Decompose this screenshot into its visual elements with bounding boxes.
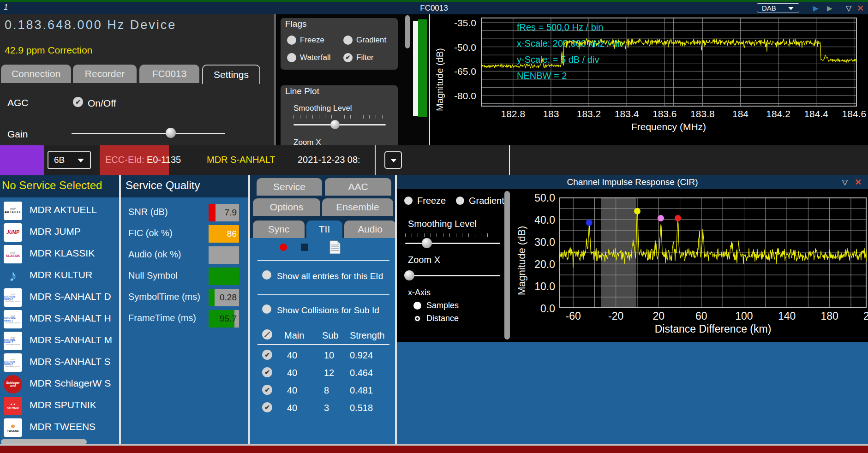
service-logo-icon: mdrSACHSEN-ANHALTDas Radio wie wir [4, 332, 22, 350]
device-panel: 0.183.648.000 Hz Device 42.9 ppm Correct… [0, 14, 275, 145]
tab-audio[interactable]: Audio [344, 221, 396, 238]
cir-zoom-slider-thumb[interactable] [404, 270, 414, 280]
service-list-item[interactable]: • •SPUTNIKMDR SPUTNIK [0, 395, 119, 417]
document-icon[interactable] [329, 240, 341, 254]
checked-checkbox-icon[interactable]: ✔ [343, 53, 353, 62]
panel-divider [275, 14, 275, 145]
unchecked-radio-icon[interactable] [287, 36, 296, 45]
agc-checkbox[interactable]: ✔ [73, 97, 83, 107]
flag-option-gradient[interactable]: Gradient [343, 36, 386, 45]
show-collisions-radio[interactable] [262, 304, 271, 314]
quality-metric-bar: 86 [209, 225, 239, 243]
tab-aac[interactable]: AAC [325, 178, 391, 196]
row-checkbox[interactable]: ✔ [262, 402, 272, 412]
cir-xaxis-label: x-Axis [408, 288, 431, 298]
service-name: MDR S-ANHALT D [30, 291, 111, 302]
smoothing-slider-thumb[interactable] [330, 120, 340, 129]
ecc-label: ECC-EId: [105, 155, 147, 165]
unchecked-radio-icon[interactable] [343, 36, 353, 45]
spectrum-plot[interactable]: fRes = 500,0 Hz / binx-Scale: 200,000 kH… [481, 18, 857, 107]
cir-plot[interactable] [559, 197, 867, 308]
chevron-down-icon [788, 7, 794, 10]
line-plot-group-title: Line Plot [285, 86, 319, 96]
row-checkbox[interactable]: ✔ [262, 367, 272, 377]
tab-connection[interactable]: Connection [1, 65, 71, 83]
service-logo-icon: mdrSACHSEN-ANHALTDas Radio wie wir [4, 353, 22, 372]
table-cell: 0.481 [350, 385, 373, 396]
close-icon[interactable]: ✕ [855, 177, 862, 187]
channel-dropdown[interactable]: 6B [48, 151, 91, 169]
gain-label: Gain [7, 129, 28, 140]
flag-option-waterfall[interactable]: Waterfall [287, 53, 330, 62]
selected-service-status: No Service Selected [2, 179, 102, 192]
table-cell: 0.924 [350, 350, 373, 361]
tab-options[interactable]: Options [253, 198, 320, 216]
agc-checkbox-label: On/Off [88, 98, 116, 109]
history-dropdown-button[interactable] [384, 151, 402, 169]
smoothing-slider-track[interactable] [293, 124, 386, 125]
flags-group-title: Flags [285, 19, 306, 29]
flags-group: Flags FreezeGradientWaterfall✔Filter [281, 18, 398, 70]
close-icon[interactable]: ✕ [857, 3, 864, 13]
vertical-scrollbar[interactable] [405, 15, 410, 48]
service-name: MDR S-ANHALT S [30, 356, 110, 367]
xaxis-radio-distance[interactable] [413, 315, 421, 322]
cir-smoothing-slider-track[interactable] [405, 243, 500, 244]
select-all-checkbox[interactable] [262, 329, 272, 340]
service-logo-icon: Schlagerwelt [4, 375, 22, 393]
cir-x-tick: 220 [854, 310, 868, 322]
row-checkbox[interactable]: ✔ [262, 385, 272, 395]
vertical-scrollbar[interactable] [504, 191, 510, 340]
service-list-item[interactable]: mdrKLASSIKMDR KLASSIK [0, 244, 119, 265]
service-logo-icon: mdrAKTUELL [4, 202, 22, 220]
tab-sync[interactable]: Sync [253, 221, 305, 238]
stop-icon[interactable] [301, 244, 308, 251]
table-header-underline [257, 344, 389, 345]
play-secondary-button[interactable]: ▶ [827, 4, 832, 12]
show-all-entries-radio[interactable] [262, 270, 271, 280]
tab-recorder[interactable]: Recorder [73, 65, 137, 83]
service-list-item[interactable]: ☻TWEENSMDR TWEENS [0, 417, 119, 439]
service-list-item[interactable]: mdrAKTUELLMDR AKTUELL [0, 200, 119, 222]
table-cell: 40 [287, 403, 297, 413]
tab-service[interactable]: Service [257, 178, 322, 196]
record-indicator-icon[interactable] [280, 244, 287, 251]
tab-ensemble[interactable]: Ensemble [322, 198, 393, 216]
xaxis-radio-samples[interactable] [413, 302, 421, 310]
eid-value: E0-1135 [147, 155, 181, 165]
horizontal-scrollbar[interactable] [1, 439, 87, 444]
tab-settings[interactable]: Settings [202, 65, 260, 84]
tab-fc0013[interactable]: FC0013 [139, 65, 199, 83]
cir-gradient-radio[interactable] [456, 197, 464, 205]
service-list-item[interactable]: mdrSACHSEN-ANHALTDas Radio wie wirMDR S-… [0, 309, 119, 330]
collapse-icon[interactable]: ▽ [842, 178, 848, 186]
flag-option-filter[interactable]: ✔Filter [343, 53, 374, 62]
flag-option-freeze[interactable]: Freeze [287, 36, 324, 45]
service-list-item[interactable]: mdrSACHSEN-ANHALTDas Radio wie wirMDR S-… [0, 287, 119, 309]
quality-metric-label: FrameTime (ms) [128, 313, 196, 323]
service-list-item[interactable]: mdrSACHSEN-ANHALTDas Radio wie wirMDR S-… [0, 330, 119, 352]
spectrum-x-tick: 183 [533, 108, 569, 119]
table-header-main: Main [284, 330, 304, 341]
cir-y-tick: 20.0 [528, 258, 555, 271]
service-list-item[interactable]: mdrSACHSEN-ANHALTDas Radio wie wirMDR S-… [0, 352, 119, 374]
service-list-item[interactable]: ♪MDR KULTUR [0, 265, 119, 287]
service-quality-panel: Service Quality SNR (dB)7.9FIC (ok %)86A… [121, 175, 248, 444]
cir-title-bar: Channel Impulse Response (CIR) ▽ ✕ [397, 175, 868, 189]
cir-zoom-slider-track[interactable] [405, 275, 500, 276]
unchecked-radio-icon[interactable] [287, 53, 296, 62]
collapse-icon[interactable]: ▽ [846, 4, 851, 12]
service-logo-text: SPUTNIK [7, 407, 19, 410]
cir-freeze-radio[interactable] [404, 197, 413, 205]
gain-slider-track[interactable] [72, 133, 225, 134]
row-checkbox[interactable]: ✔ [262, 350, 272, 360]
frequency-display: 0.183.648.000 Hz Device [5, 18, 176, 32]
quality-metric-row: SNR (dB)7.9 [121, 202, 248, 223]
spectrum-x-tick: 183.4 [608, 108, 645, 119]
tab-tii[interactable]: TII [306, 221, 342, 238]
play-button[interactable]: ▶ [813, 4, 819, 12]
service-list-item[interactable]: JUMPMDR JUMP [0, 222, 119, 244]
service-list-item[interactable]: SchlagerweltMDR SchlagerW S [0, 374, 119, 395]
cir-smoothing-slider-thumb[interactable] [422, 238, 432, 248]
gain-slider-thumb[interactable] [166, 128, 176, 138]
